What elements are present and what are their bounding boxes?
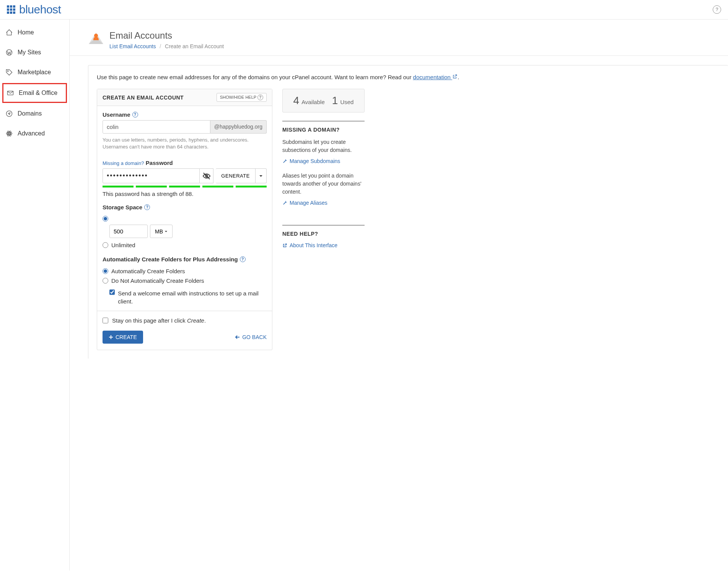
intro-text: Use this page to create new email addres…	[88, 74, 728, 89]
used-label: Used	[340, 99, 353, 105]
question-icon[interactable]: ?	[144, 204, 150, 210]
plus-radio-auto[interactable]	[103, 268, 108, 274]
generate-dropdown[interactable]	[256, 168, 267, 183]
password-label: Password	[146, 160, 173, 166]
sidebar-item-email-office[interactable]: Email & Office	[3, 84, 66, 102]
sidebar-item-advanced[interactable]: Advanced	[0, 124, 69, 144]
username-hint: You can use letters, numbers, periods, h…	[103, 137, 267, 150]
email-account-icon	[88, 31, 104, 46]
create-button[interactable]: CREATE	[103, 331, 143, 344]
arrow-left-icon	[235, 335, 240, 339]
wrench-icon	[282, 201, 287, 205]
page-header: Email Accounts List Email Accounts / Cre…	[70, 20, 728, 56]
about-interface-link[interactable]: About This Interface	[282, 242, 337, 248]
username-input[interactable]	[103, 120, 210, 134]
breadcrumb-current: Create an Email Account	[165, 43, 224, 49]
plus-opt1-label: Automatically Create Folders	[111, 268, 185, 274]
used-count: 1	[332, 95, 338, 107]
storage-value-input[interactable]	[109, 225, 148, 238]
external-link-icon	[282, 243, 287, 248]
sidebar-item-domains[interactable]: Domains	[0, 104, 69, 124]
brand-text: bluehost	[19, 3, 61, 16]
show-hide-help-button[interactable]: SHOW/HIDE HELP ?	[217, 93, 267, 102]
plus-icon	[109, 335, 113, 339]
svg-point-1	[7, 70, 8, 72]
eye-slash-icon	[202, 172, 211, 180]
atom-icon	[5, 130, 13, 137]
unlimited-label: Unlimited	[111, 242, 135, 248]
side-column: 4 Available 1 Used MISSING A DOMAIN? Sub…	[282, 89, 365, 267]
toggle-password-visibility[interactable]	[200, 168, 213, 183]
page-title: Email Accounts	[109, 30, 224, 41]
sidebar-item-my-sites[interactable]: My Sites	[0, 42, 69, 62]
password-strength-text: This password has a strength of 88.	[103, 191, 267, 197]
panel-title: CREATE AN EMAIL ACCOUNT	[103, 95, 184, 101]
sidebar-item-label: Domains	[18, 110, 42, 117]
storage-radio-custom[interactable]	[103, 216, 108, 222]
password-strength-bars	[103, 186, 267, 188]
stats-box: 4 Available 1 Used	[282, 89, 365, 113]
caret-down-icon	[164, 230, 168, 233]
go-back-button[interactable]: GO BACK	[235, 334, 267, 340]
welcome-email-label: Send a welcome email with instructions t…	[118, 289, 267, 305]
main: Email Accounts List Email Accounts / Cre…	[70, 20, 728, 571]
home-icon	[5, 29, 13, 36]
storage-unit-button[interactable]: MB	[150, 225, 173, 238]
external-link-icon	[452, 74, 458, 79]
available-count: 4	[293, 95, 300, 107]
sidebar-item-label: My Sites	[18, 49, 41, 56]
breadcrumb-sep: /	[160, 43, 161, 49]
topbar: bluehost ?	[0, 0, 728, 20]
sidebar-item-home[interactable]: Home	[0, 23, 69, 42]
sidebar-item-label: Advanced	[18, 130, 45, 137]
breadcrumb: List Email Accounts / Create an Email Ac…	[109, 43, 224, 49]
question-icon[interactable]: ?	[240, 256, 246, 262]
need-help-heading: NEED HELP?	[282, 225, 365, 237]
subdomains-text: Subdomains let you create subsections of…	[282, 138, 365, 154]
sidebar-item-label: Marketplace	[18, 69, 51, 76]
content-card: Use this page to create new email addres…	[88, 65, 728, 359]
stay-label: Stay on this page after I click Create.	[112, 317, 206, 324]
documentation-link[interactable]: documentation	[413, 74, 458, 80]
manage-subdomains-link[interactable]: Manage Subdomains	[282, 158, 340, 164]
stay-on-page-checkbox[interactable]	[103, 318, 108, 323]
wrench-icon	[282, 159, 287, 164]
plus-addressing-label: Automatically Create Folders for Plus Ad…	[103, 256, 246, 263]
manage-aliases-link[interactable]: Manage Aliases	[282, 200, 327, 206]
tag-icon	[5, 68, 13, 76]
sidebar-item-marketplace[interactable]: Marketplace	[0, 62, 69, 82]
sidebar: Home My Sites Marketplace Email & Office…	[0, 20, 70, 571]
welcome-email-checkbox[interactable]	[109, 289, 115, 295]
caret-down-icon	[259, 174, 263, 178]
generate-password-button[interactable]: GENERATE	[216, 168, 256, 183]
breadcrumb-link[interactable]: List Email Accounts	[109, 43, 156, 49]
plus-opt2-label: Do Not Automatically Create Folders	[111, 277, 204, 284]
compass-icon	[5, 110, 13, 117]
aliases-text: Aliases let you point a domain towards a…	[282, 172, 365, 196]
question-icon[interactable]: ?	[132, 112, 138, 117]
missing-domain-heading: MISSING A DOMAIN?	[282, 121, 365, 133]
missing-domain-link[interactable]: Missing a domain?	[103, 160, 144, 166]
question-icon: ?	[257, 95, 263, 100]
username-label: Username ?	[103, 111, 138, 118]
brand-logo[interactable]: bluehost	[7, 3, 61, 16]
sidebar-item-label: Home	[18, 29, 34, 36]
available-label: Available	[301, 99, 325, 105]
grid-icon	[7, 5, 15, 14]
svg-point-4	[8, 133, 10, 134]
plus-radio-no-auto[interactable]	[103, 278, 108, 284]
storage-radio-unlimited[interactable]	[103, 242, 108, 248]
mail-icon	[7, 89, 14, 97]
wordpress-icon	[5, 49, 13, 56]
help-icon[interactable]: ?	[713, 5, 721, 14]
sidebar-item-label: Email & Office	[19, 90, 57, 96]
svg-rect-2	[8, 91, 13, 95]
svg-point-3	[7, 111, 12, 117]
create-account-panel: CREATE AN EMAIL ACCOUNT SHOW/HIDE HELP ?…	[97, 89, 272, 350]
svg-point-5	[7, 132, 12, 135]
password-input[interactable]	[103, 168, 200, 183]
domain-suffix: @happybluedog.org	[210, 120, 267, 134]
storage-label: Storage Space ?	[103, 204, 150, 210]
